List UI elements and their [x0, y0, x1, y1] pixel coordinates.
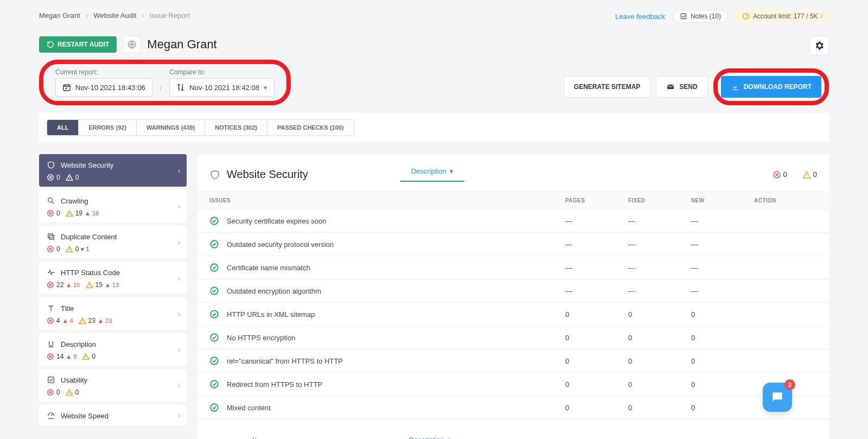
error-count: 22 ▲ 15: [47, 281, 80, 289]
th-issues: ISSUES: [209, 198, 565, 203]
type-icon: [47, 304, 55, 313]
sidebar-item-duplicate-content[interactable]: Duplicate Content00 ▾ 1›: [39, 226, 187, 258]
sidebar-item-label: Website Speed: [61, 412, 108, 420]
send-label: SEND: [679, 83, 697, 91]
sidebar-item-crawling[interactable]: Crawling019 ▲ 18›: [39, 190, 187, 222]
cell-pages: —: [565, 217, 628, 225]
current-report-label: Current report:: [55, 68, 152, 76]
restart-audit-button[interactable]: RESTART AUDIT: [39, 36, 117, 53]
table-row[interactable]: Outdated security protocol version———: [197, 233, 829, 256]
download-report-button[interactable]: DOWNLOAD REPORT: [721, 76, 821, 98]
sidebar-item-usability[interactable]: Usability00›: [39, 369, 187, 402]
breadcrumb-current: Issue Report: [150, 11, 190, 20]
sidebar-item-http-status-code[interactable]: HTTP Status Code22 ▲ 1515 ▲ 13›: [39, 262, 187, 294]
sidebar-item-title[interactable]: Title4 ▲ 423 ▲ 23›: [39, 297, 187, 330]
cell-pages: —: [565, 287, 628, 295]
warning-delta: ▲ 13: [105, 282, 119, 288]
generate-sitemap-label: GENERATE SITEMAP: [574, 83, 640, 91]
section-error-count: 0: [773, 170, 787, 179]
chevron-right-icon: ›: [178, 167, 180, 175]
tab-notices[interactable]: NOTICES (302): [205, 120, 267, 135]
chevron-down-icon: ▾: [264, 84, 267, 92]
table-row[interactable]: Outdated encryption algorithm———: [197, 279, 829, 303]
sidebar-item-label: Title: [61, 304, 74, 313]
tab-warnings[interactable]: WARNINGS (439): [137, 120, 205, 135]
pulse-icon: [47, 268, 55, 277]
cell-fixed: —: [628, 240, 691, 249]
table-row[interactable]: Certificate name mismatch———: [197, 256, 829, 279]
table-row[interactable]: Security certificate expires soon———: [197, 209, 829, 233]
sidebar-item-label: Usability: [61, 376, 87, 384]
error-count: 0: [47, 209, 60, 217]
issue-name: Redirect from HTTPS to HTTP: [227, 380, 322, 389]
breadcrumb-root[interactable]: Megan Grant: [39, 11, 80, 20]
current-report-date-picker[interactable]: Nov-10 2021 18:43:06: [55, 78, 152, 97]
chat-button[interactable]: 2: [763, 383, 792, 412]
error-delta: ▲ 4: [62, 317, 73, 324]
chat-icon: [770, 390, 784, 404]
sidebar-item-label: Description: [61, 340, 96, 348]
copy-icon: [47, 232, 55, 241]
issue-name: HTTP URLs in XML sitemap: [227, 310, 315, 319]
svg-rect-14: [48, 377, 54, 383]
speed-icon: [47, 411, 55, 420]
chevron-right-icon: ›: [86, 11, 88, 20]
chevron-right-icon: ›: [178, 310, 180, 318]
generate-sitemap-button[interactable]: GENERATE SITEMAP: [564, 76, 650, 98]
description-tab[interactable]: Description ▾: [411, 167, 454, 182]
sidebar-item-website-speed[interactable]: Website Speed›: [39, 405, 187, 425]
category-sidebar: Website Security00›Crawling019 ▲ 18›Dupl…: [39, 154, 187, 425]
account-limit-label: Account limit: 177 / 5K: [753, 12, 818, 20]
filters-bar: ALL ERRORS (92) WARNINGS (439) NOTICES (…: [39, 113, 829, 142]
tab-errors[interactable]: ERRORS (92): [79, 120, 137, 135]
tab-passed[interactable]: PASSED CHECKS (100): [267, 120, 354, 135]
download-report-label: DOWNLOAD REPORT: [744, 83, 812, 91]
warning-icon: [79, 317, 86, 325]
chevron-down-icon: ▾: [448, 436, 451, 439]
compare-to-date-picker[interactable]: Nov-10 2021 18:42:08 ▾: [169, 78, 275, 97]
table-row[interactable]: HTTP URLs in XML sitemap000: [197, 303, 829, 326]
leave-feedback-link[interactable]: Leave feedback: [615, 12, 665, 21]
warning-delta: ▾ 1: [81, 246, 89, 253]
page-title: Megan Grant: [147, 37, 216, 52]
section-title: Website Security: [227, 168, 308, 181]
cell-pages: 0: [565, 334, 628, 342]
breadcrumb-section[interactable]: Website Audit: [93, 11, 136, 20]
table-row[interactable]: Mixed content000: [197, 396, 829, 419]
cell-new: 0: [691, 310, 754, 319]
sidebar-item-website-security[interactable]: Website Security00›: [39, 154, 187, 187]
tab-all[interactable]: ALL: [47, 120, 79, 135]
error-count: 4 ▲ 4: [47, 317, 73, 325]
chevron-right-icon: ›: [178, 411, 180, 419]
cell-fixed: —: [628, 217, 691, 225]
gear-icon: [814, 40, 825, 51]
th-pages: PAGES: [565, 198, 628, 203]
error-icon: [47, 317, 54, 325]
restart-audit-label: RESTART AUDIT: [58, 41, 109, 48]
cell-pages: 0: [565, 380, 628, 389]
notes-button[interactable]: Notes (10): [673, 10, 728, 23]
section-title: Crawling: [227, 437, 269, 439]
error-delta: ▲ 9: [66, 353, 76, 360]
issue-name: No HTTPS encryption: [227, 334, 295, 342]
account-limit-pill[interactable]: Account limit: 177 / 5K i: [736, 10, 829, 22]
cell-new: 0: [691, 404, 754, 412]
description-tab[interactable]: Description ▾: [409, 436, 451, 439]
svg-rect-0: [681, 14, 686, 18]
gauge-icon: [742, 12, 750, 20]
table-row[interactable]: Redirect from HTTPS to HTTP000: [197, 373, 829, 396]
svg-point-6: [48, 198, 53, 202]
cell-fixed: 0: [628, 380, 691, 389]
issue-name: Security certificate expires soon: [227, 217, 327, 225]
chevron-right-icon: ›: [178, 274, 180, 282]
sidebar-item-description[interactable]: Description14 ▲ 90›: [39, 333, 187, 366]
th-new: NEW: [691, 198, 754, 203]
search-icon: [47, 196, 55, 205]
settings-button[interactable]: [809, 36, 829, 55]
download-icon: [731, 82, 739, 91]
table-row[interactable]: No HTTPS encryption000: [197, 326, 829, 349]
send-button[interactable]: SEND: [656, 76, 707, 98]
cell-fixed: —: [628, 287, 691, 295]
error-icon: [47, 389, 54, 396]
table-row[interactable]: rel="canonical" from HTTPS to HTTP000: [197, 349, 829, 373]
